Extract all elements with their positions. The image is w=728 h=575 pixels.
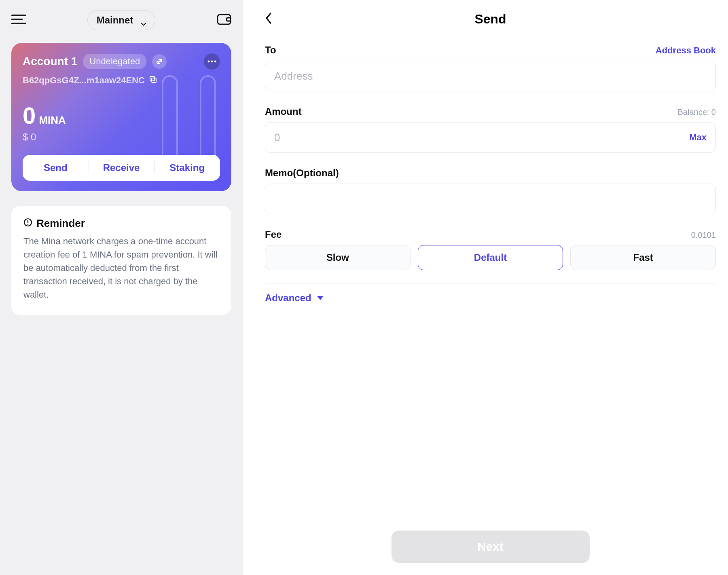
fee-option-slow[interactable]: Slow [265, 245, 411, 270]
svg-rect-3 [218, 15, 231, 24]
fee-option-default[interactable]: Default [418, 245, 563, 270]
chevron-down-icon [141, 18, 146, 23]
address-book-link[interactable]: Address Book [656, 45, 716, 56]
account-name: Account 1 [23, 55, 77, 68]
send-pane: Send To Address Book Amount Balance: 0 M… [243, 0, 728, 575]
memo-label: Memo(Optional) [265, 167, 339, 179]
wallet-icon[interactable] [217, 13, 231, 27]
action-bar: Send Receive Staking [23, 155, 220, 181]
address-input-box [265, 61, 716, 91]
copy-icon[interactable] [149, 75, 157, 86]
balance-label: Balance: 0 [677, 108, 716, 117]
send-action-button[interactable]: Send [23, 155, 89, 181]
network-selector[interactable]: Mainnet [87, 10, 156, 30]
svg-point-12 [28, 224, 29, 225]
chevron-down-icon [317, 296, 324, 300]
to-label: To [265, 44, 276, 56]
delegation-status-badge: Undelegated [83, 54, 146, 69]
balance-amount: 0 [23, 102, 36, 129]
amount-input-box: Max [265, 122, 716, 153]
svg-rect-8 [150, 76, 154, 81]
menu-icon[interactable] [11, 14, 26, 27]
account-card: Account 1 Undelegated B62qpGsG4Z...m1aaw… [11, 43, 231, 191]
svg-point-7 [214, 61, 216, 63]
balance-usd: $ 0 [23, 131, 220, 143]
amount-label: Amount [265, 106, 302, 117]
more-options-button[interactable] [204, 53, 220, 70]
link-icon[interactable] [152, 54, 167, 69]
memo-input-box [265, 184, 716, 214]
alert-icon [23, 217, 32, 230]
reminder-body: The Mina network charges a one-time acco… [23, 235, 219, 301]
fee-options: Slow Default Fast [265, 245, 716, 270]
svg-point-6 [211, 61, 213, 63]
address-input[interactable] [274, 70, 707, 82]
reminder-title: Reminder [36, 217, 85, 230]
next-button[interactable]: Next [392, 531, 590, 563]
balance-symbol: MINA [39, 114, 66, 127]
svg-point-5 [208, 61, 210, 63]
topbar: Mainnet [11, 8, 231, 32]
fee-label: Fee [265, 229, 281, 240]
fee-option-fast[interactable]: Fast [570, 245, 716, 270]
back-button[interactable] [265, 12, 273, 26]
page-title: Send [474, 12, 506, 27]
svg-rect-9 [152, 78, 156, 82]
account-address-short: B62qpGsG4Z...m1aaw24ENC [23, 75, 145, 86]
amount-input[interactable] [274, 131, 684, 144]
reminder-card: Reminder The Mina network charges a one-… [11, 206, 231, 315]
memo-input[interactable] [274, 193, 707, 205]
max-button[interactable]: Max [684, 132, 707, 143]
fee-value: 0.0101 [691, 230, 716, 240]
advanced-label: Advanced [265, 292, 311, 304]
receive-action-button[interactable]: Receive [89, 155, 154, 181]
home-pane: Mainnet Account 1 Undelegated B62qpGsG4Z… [0, 0, 243, 575]
network-label: Mainnet [97, 15, 133, 26]
staking-action-button[interactable]: Staking [154, 155, 220, 181]
advanced-toggle[interactable]: Advanced [265, 283, 716, 304]
